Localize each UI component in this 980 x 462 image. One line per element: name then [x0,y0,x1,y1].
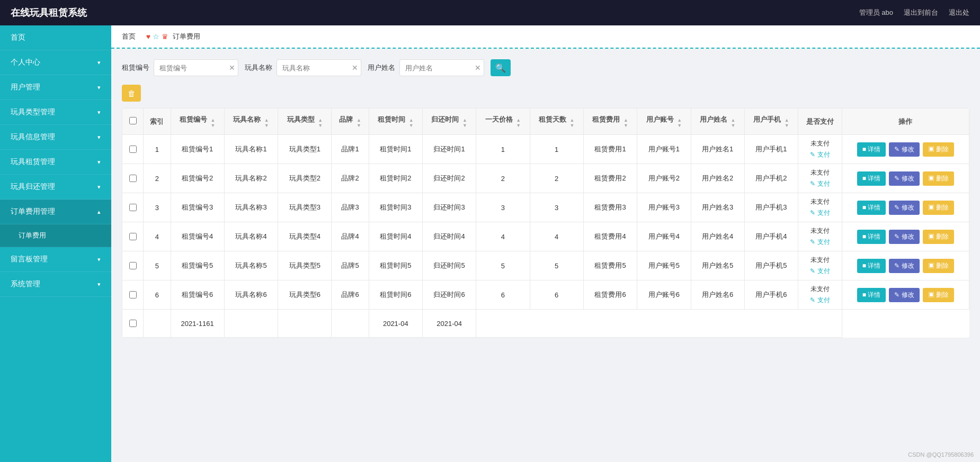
sidebar-item-home[interactable]: 首页 [0,25,111,50]
sidebar-item-toy-info[interactable]: 玩具信息管理 ▾ [0,125,111,150]
row-checkbox[interactable] [129,233,137,240]
th-user-name[interactable]: 用户姓名 ▲▼ [691,108,744,135]
cell-checkbox [122,193,144,222]
detail-button[interactable]: ■ 详情 [857,201,886,215]
search-clear-icon-3[interactable]: ✕ [475,64,481,72]
cell-rental-time: 租赁时间2 [369,164,422,193]
pay-link[interactable]: ✎ 支付 [810,150,830,159]
row-checkbox[interactable] [129,204,137,211]
goto-front-link[interactable]: 退出到前台 [904,8,938,17]
th-user-account[interactable]: 用户账号 ▲▼ [637,108,691,135]
chevron-down-icon: ▾ [97,281,101,288]
edit-button[interactable]: ✎ 修改 [889,230,919,244]
table-row: 2 租赁编号2 玩具名称2 玩具类型2 品牌2 租赁时间2 归还时间2 2 2 … [122,164,969,193]
cell-is-paid: 未支付 ✎ 支付 [798,164,842,193]
th-rental-time[interactable]: 租赁时间 ▲▼ [369,108,422,135]
detail-button[interactable]: ■ 详情 [857,142,886,157]
cell-user-account: 用户账号4 [637,222,691,251]
cell-day-price: 1 [476,135,530,164]
th-return-time[interactable]: 归还时间 ▲▼ [422,108,476,135]
cell-brand: 品牌2 [332,164,369,193]
row-checkbox[interactable] [129,320,137,327]
pay-link[interactable]: ✎ 支付 [810,267,830,276]
delete-button[interactable]: ▣ 删除 [923,171,954,186]
edit-button[interactable]: ✎ 修改 [889,142,919,157]
sidebar-item-toy-return[interactable]: 玩具归还管理 ▾ [0,175,111,200]
delete-button[interactable]: ▣ 删除 [923,259,954,273]
cell-user-account: 用户账号5 [637,251,691,280]
cell-toy-name [224,310,278,338]
edit-button[interactable]: ✎ 修改 [889,171,919,186]
cell-checkbox [122,135,144,164]
edit-button[interactable]: ✎ 修改 [889,259,919,273]
detail-button[interactable]: ■ 详情 [857,259,886,273]
cell-day-price: 4 [476,222,530,251]
cell-toy-name: 玩具名称1 [224,135,278,164]
cell-rental-time: 租赁时间5 [369,251,422,280]
edit-button[interactable]: ✎ 修改 [889,201,919,215]
sort-icon: ▲▼ [785,117,789,128]
cell-toy-type: 玩具类型3 [278,193,332,222]
pay-link[interactable]: ✎ 支付 [810,238,830,247]
sidebar-toy-type-label: 玩具类型管理 [11,107,55,117]
detail-button[interactable]: ■ 详情 [857,288,886,302]
th-day-price[interactable]: 一天价格 ▲▼ [476,108,530,135]
cell-return-time: 归还时间4 [422,222,476,251]
sidebar-item-message[interactable]: 留言板管理 ▾ [0,247,111,272]
search-button[interactable]: 🔍 [491,59,511,76]
cell-toy-name: 玩具名称6 [224,280,278,310]
delete-button[interactable]: ▣ 删除 [923,142,954,157]
delete-button[interactable]: ▣ 删除 [923,230,954,244]
cell-brand [332,310,369,338]
cell-rental-code: 租赁编号4 [171,222,224,251]
detail-button[interactable]: ■ 详情 [857,171,886,186]
cell-rental-time: 租赁时间3 [369,193,422,222]
row-checkbox[interactable] [129,262,137,269]
cell-toy-type: 玩具类型5 [278,251,332,280]
sidebar-item-order-fee[interactable]: 订单费用管理 ▴ [0,200,111,224]
batch-delete-button[interactable]: 🗑 [122,85,141,102]
search-input-toy-name[interactable] [277,59,361,76]
sidebar-item-toy-rental[interactable]: 玩具租赁管理 ▾ [0,150,111,175]
sidebar-item-user[interactable]: 用户管理 ▾ [0,75,111,100]
chevron-down-icon: ▾ [97,59,101,66]
search-clear-icon-1[interactable]: ✕ [229,64,235,72]
row-checkbox[interactable] [129,175,137,182]
row-checkbox[interactable] [129,291,137,298]
search-input-user-name[interactable] [399,59,484,76]
delete-button[interactable]: ▣ 删除 [923,288,954,302]
cell-toy-type: 玩具类型6 [278,280,332,310]
sidebar-subitem-order-fee[interactable]: 订单费用 [0,224,111,247]
sidebar-item-personal[interactable]: 个人中心 ▾ [0,50,111,75]
delete-button[interactable]: ▣ 删除 [923,201,954,215]
pay-status: 未支付 [810,227,830,235]
th-brand[interactable]: 品牌 ▲▼ [332,108,369,135]
cell-user-phone: 用户手机6 [744,280,798,310]
sidebar-item-toy-type[interactable]: 玩具类型管理 ▾ [0,100,111,125]
th-user-phone[interactable]: 用户手机 ▲▼ [744,108,798,135]
cell-rental-fee: 租赁费用2 [583,164,637,193]
cell-toy-name: 玩具名称4 [224,222,278,251]
sidebar-user-label: 用户管理 [11,83,40,92]
row-checkbox[interactable] [129,146,137,153]
detail-button[interactable]: ■ 详情 [857,230,886,244]
th-rental-days[interactable]: 租赁天数 ▲▼ [530,108,583,135]
select-all-checkbox[interactable] [129,117,137,124]
th-toy-type[interactable]: 玩具类型 ▲▼ [278,108,332,135]
breadcrumb-home[interactable]: 首页 [122,32,136,41]
cell-rental-code: 租赁编号6 [171,280,224,310]
cell-rental-days: 3 [530,193,583,222]
search-input-rental-code[interactable] [154,59,238,76]
th-toy-name[interactable]: 玩具名称 ▲▼ [224,108,278,135]
pay-link[interactable]: ✎ 支付 [810,296,830,305]
pay-status: 未支付 [810,256,830,265]
th-rental-code[interactable]: 租赁编号 ▲▼ [171,108,224,135]
sidebar-item-system[interactable]: 系统管理 ▾ [0,272,111,297]
th-rental-fee[interactable]: 租赁费用 ▲▼ [583,108,637,135]
edit-button[interactable]: ✎ 修改 [889,288,919,302]
pay-link[interactable]: ✎ 支付 [810,179,830,188]
cell-user-phone: 用户手机3 [744,193,798,222]
search-clear-icon-2[interactable]: ✕ [352,64,358,72]
logout-link[interactable]: 退出处 [949,8,969,17]
pay-link[interactable]: ✎ 支付 [810,209,830,218]
